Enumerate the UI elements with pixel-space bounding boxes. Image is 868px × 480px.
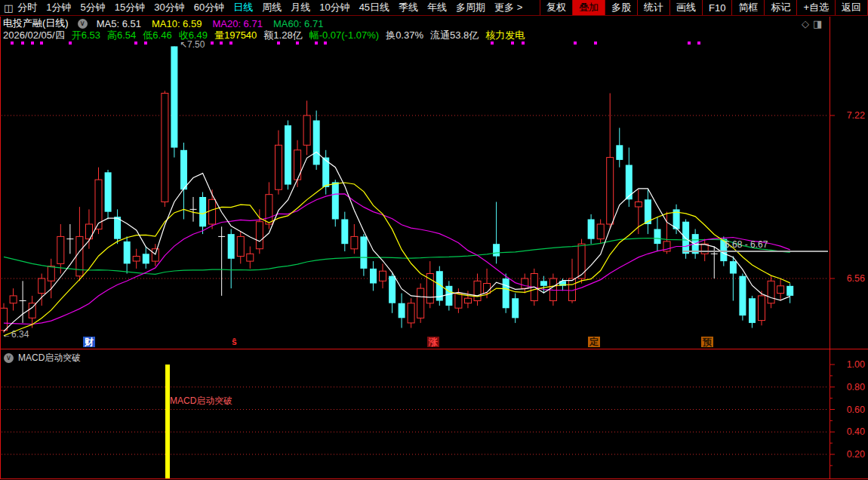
ma-line-60 — [4, 238, 790, 275]
signal-bar — [165, 365, 170, 478]
event-dot — [31, 42, 34, 45]
macd-signal-text: MACD启动突破 — [170, 395, 232, 408]
ma-line-20 — [4, 194, 790, 325]
event-dot — [324, 42, 327, 45]
price-axis-label: 7.22 — [832, 110, 865, 121]
low-price-label: ←6.34 — [2, 329, 29, 340]
event-dot — [296, 42, 299, 45]
price-level-label: 6.68 - 6.67 — [725, 239, 768, 250]
event-dot — [511, 42, 514, 45]
event-dot — [522, 42, 525, 45]
event-dot — [229, 42, 232, 45]
trading-app-window: { "colors": { "up": "#ff3434", "down": "… — [0, 0, 868, 480]
macd-panel-title: MACD启动突破 — [18, 352, 81, 365]
macd-panel-header: ∨ MACD启动突破 — [4, 352, 81, 365]
macd-axis-label: 0.20 — [832, 449, 865, 460]
event-dot — [277, 42, 280, 45]
macd-axis-label: 0.40 — [832, 426, 865, 437]
event-dot — [144, 42, 147, 45]
event-dot — [688, 42, 691, 45]
event-marker-badge[interactable]: ŝ — [230, 337, 239, 347]
macd-axis-label: 0.60 — [832, 405, 865, 415]
event-marker-badge[interactable]: 预 — [701, 337, 713, 347]
event-dot — [11, 42, 14, 45]
event-dot — [69, 42, 72, 45]
event-marker-badge[interactable]: 财 — [83, 337, 95, 347]
price-axis-label: 6.56 — [832, 273, 865, 284]
ma-line-10 — [4, 183, 790, 336]
macd-axis-label: 0.80 — [832, 382, 865, 392]
event-dot — [220, 42, 223, 45]
event-dot — [594, 42, 597, 45]
ma-line-5 — [4, 152, 790, 331]
event-dot — [211, 42, 214, 45]
macd-axis-label: 1.00 — [832, 359, 865, 370]
event-dot — [315, 42, 318, 45]
event-dot — [134, 42, 137, 45]
event-dot — [21, 42, 24, 45]
event-dot — [40, 42, 43, 45]
event-dot — [574, 42, 577, 45]
chevron-down-circle-icon[interactable]: ∨ — [4, 353, 14, 363]
candles-group — [1, 46, 794, 333]
event-dot — [491, 42, 494, 45]
high-price-label: ↖7.50 — [180, 39, 205, 50]
event-marker-badge[interactable]: 涨 — [427, 337, 439, 347]
event-marker-badge[interactable]: 定 — [588, 337, 600, 347]
event-dot — [697, 42, 700, 45]
